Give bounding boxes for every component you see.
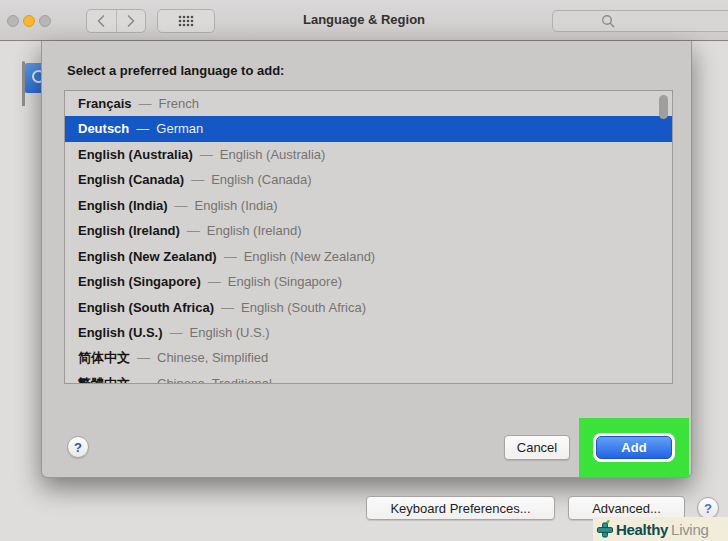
language-row[interactable]: English (New Zealand)—English (New Zeala… xyxy=(65,244,672,269)
dash-separator: — xyxy=(136,121,149,136)
language-row[interactable]: English (U.S.)—English (U.S.) xyxy=(65,320,672,345)
watermark-word-light: Living xyxy=(671,521,708,538)
language-english-name: English (Singapore) xyxy=(228,274,342,289)
healthy-living-logo-icon xyxy=(596,519,614,539)
keyboard-preferences-label: Keyboard Preferences... xyxy=(390,501,530,516)
language-row[interactable]: English (India)—English (India) xyxy=(65,193,672,218)
add-language-sheet: Select a preferred language to add: Fran… xyxy=(41,41,692,478)
language-row[interactable]: 繁體中文—Chinese, Traditional xyxy=(65,371,672,384)
language-english-name: English (U.S.) xyxy=(190,325,270,340)
dash-separator: — xyxy=(191,172,204,187)
language-native-name: English (Canada) xyxy=(78,172,184,187)
minimize-button[interactable] xyxy=(23,15,35,27)
language-native-name: 简体中文 xyxy=(78,350,130,365)
advanced-label: Advanced... xyxy=(592,501,661,516)
sheet-help-button[interactable]: ? xyxy=(67,436,89,458)
language-native-name: English (New Zealand) xyxy=(78,249,217,264)
language-english-name: English (Ireland) xyxy=(207,223,302,238)
language-english-name: German xyxy=(156,121,203,136)
dash-separator: — xyxy=(170,325,183,340)
language-native-name: English (Ireland) xyxy=(78,223,180,238)
add-label: Add xyxy=(621,440,646,455)
dash-separator: — xyxy=(200,147,213,162)
grid-icon xyxy=(178,15,194,27)
language-english-name: English (Australia) xyxy=(220,147,326,162)
dash-separator: — xyxy=(221,300,234,315)
chevron-right-icon xyxy=(126,14,136,28)
cancel-label: Cancel xyxy=(517,440,557,455)
add-button[interactable]: Add xyxy=(596,436,672,459)
search-field xyxy=(552,10,728,32)
language-native-name: 繁體中文 xyxy=(78,376,130,384)
search-input[interactable] xyxy=(553,11,728,31)
dash-separator: — xyxy=(138,96,151,111)
keyboard-preferences-button[interactable]: Keyboard Preferences... xyxy=(366,496,555,520)
close-button[interactable] xyxy=(7,15,19,27)
language-row[interactable]: Français—French xyxy=(65,91,672,116)
language-english-name: English (South Africa) xyxy=(241,300,366,315)
chevron-left-icon xyxy=(96,14,106,28)
language-english-name: Chinese, Traditional xyxy=(157,376,272,384)
language-row[interactable]: 简体中文—Chinese, Simplified xyxy=(65,345,672,370)
language-english-name: Chinese, Simplified xyxy=(157,350,268,365)
language-region-window: Language & Region Select a preferred lan… xyxy=(0,0,728,541)
forward-button[interactable] xyxy=(116,10,146,32)
language-native-name: Français xyxy=(78,96,131,111)
scrollbar-thumb[interactable] xyxy=(659,95,668,119)
language-native-name: English (India) xyxy=(78,198,168,213)
language-row[interactable]: Deutsch—German xyxy=(65,116,672,141)
healthy-living-watermark: Healthy Living xyxy=(593,517,728,541)
language-row[interactable]: English (Ireland)—English (Ireland) xyxy=(65,218,672,243)
language-english-name: English (New Zealand) xyxy=(244,249,376,264)
titlebar: Language & Region xyxy=(0,0,728,41)
language-native-name: English (U.S.) xyxy=(78,325,163,340)
language-rows: Français—French Deutsch—German English (… xyxy=(65,91,672,384)
dash-separator: — xyxy=(137,376,150,384)
help-button[interactable]: ? xyxy=(697,497,719,519)
cancel-button[interactable]: Cancel xyxy=(504,435,570,460)
question-mark-icon: ? xyxy=(74,440,82,455)
language-list[interactable]: Français—French Deutsch—German English (… xyxy=(64,90,673,384)
watermark-word-bold: Healthy xyxy=(616,521,668,538)
sheet-prompt: Select a preferred language to add: xyxy=(67,63,284,78)
highlight-box: Add xyxy=(579,418,689,477)
back-button[interactable] xyxy=(87,10,116,32)
language-region-flag-icon xyxy=(25,63,42,93)
add-button-ring: Add xyxy=(593,433,675,462)
language-row[interactable]: English (Canada)—English (Canada) xyxy=(65,167,672,192)
dash-separator: — xyxy=(224,249,237,264)
language-native-name: English (Singapore) xyxy=(78,274,201,289)
nav-buttons xyxy=(86,9,146,33)
dash-separator: — xyxy=(137,350,150,365)
zoom-button[interactable] xyxy=(39,15,51,27)
language-row[interactable]: English (Australia)—English (Australia) xyxy=(65,142,672,167)
language-native-name: English (South Africa) xyxy=(78,300,214,315)
show-all-button[interactable] xyxy=(157,9,215,33)
dash-separator: — xyxy=(208,274,221,289)
dash-separator: — xyxy=(175,198,188,213)
language-row[interactable]: English (South Africa)—English (South Af… xyxy=(65,295,672,320)
language-native-name: English (Australia) xyxy=(78,147,193,162)
language-english-name: English (Canada) xyxy=(211,172,311,187)
language-english-name: French xyxy=(158,96,198,111)
question-mark-icon: ? xyxy=(704,501,712,516)
language-english-name: English (India) xyxy=(195,198,278,213)
language-row[interactable]: English (Singapore)—English (Singapore) xyxy=(65,269,672,294)
dash-separator: — xyxy=(187,223,200,238)
language-native-name: Deutsch xyxy=(78,121,129,136)
